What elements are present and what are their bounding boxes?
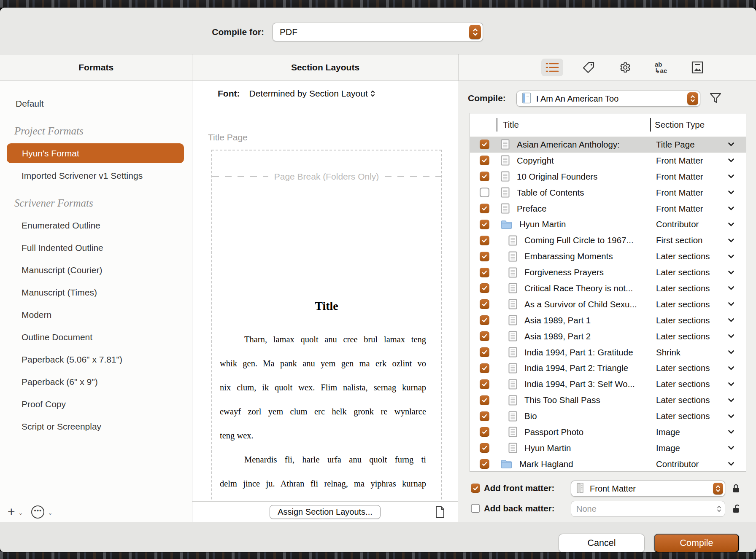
section-type-dropdown[interactable]: Contributor [651, 459, 745, 469]
include-checkbox[interactable] [480, 395, 489, 405]
back-matter-checkbox[interactable] [471, 504, 480, 513]
include-checkbox[interactable] [480, 252, 489, 261]
table-row-mark-hagland[interactable]: Mark HaglandContributor [470, 456, 746, 472]
table-row-hyun-martin[interactable]: Hyun MartinImage [470, 440, 746, 456]
include-checkbox[interactable] [480, 156, 489, 165]
front-matter-checkbox[interactable] [471, 484, 480, 493]
section-type-dropdown[interactable]: Shrink [651, 347, 745, 357]
format-options-button[interactable]: ••• [31, 505, 44, 519]
section-type-dropdown[interactable]: Later sections [651, 283, 745, 293]
format-item-paperback-6-x-9[interactable]: Paperback (6" x 9") [0, 371, 192, 393]
section-type-dropdown[interactable]: Later sections [651, 379, 745, 389]
compile-target-select[interactable]: I Am An American Too [516, 91, 700, 107]
table-row-preface[interactable]: PrefaceFront Matter [470, 201, 746, 217]
include-checkbox[interactable] [480, 331, 489, 341]
include-checkbox[interactable] [480, 220, 489, 229]
assign-section-layouts-button[interactable]: Assign Section Layouts... [270, 505, 381, 519]
include-checkbox[interactable] [480, 363, 489, 373]
format-item-default[interactable]: Default [0, 92, 192, 115]
cancel-button[interactable]: Cancel [559, 534, 645, 552]
include-checkbox[interactable] [480, 204, 489, 213]
front-matter-select[interactable]: Front Matter [571, 481, 725, 497]
section-type-dropdown[interactable]: Later sections [651, 315, 745, 325]
chevron-down-icon [728, 302, 734, 306]
table-row-asia-1989-part-1[interactable]: Asia 1989, Part 1Later sections [470, 312, 746, 328]
format-item-script-or-screenplay[interactable]: Script or Screenplay [0, 415, 192, 438]
table-row-india-1994-part-1-gratitude[interactable]: India 1994, Part 1: GratitudeShrink [470, 344, 746, 360]
table-row-embarassing-moments[interactable]: Embarassing MomentsLater sections [470, 248, 746, 264]
format-item-modern[interactable]: Modern [0, 304, 192, 326]
table-row-as-a-survivor-of-child-sexu[interactable]: As a Survivor of Child Sexu...Later sect… [470, 296, 746, 312]
table-row-forgiveness-prayers[interactable]: Forgiveness PrayersLater sections [470, 264, 746, 280]
compile-button[interactable]: Compile [654, 534, 739, 552]
include-checkbox[interactable] [480, 347, 489, 357]
include-checkbox[interactable] [480, 172, 489, 181]
section-type-dropdown[interactable]: Later sections [651, 363, 745, 373]
settings-gear-icon[interactable] [614, 59, 636, 76]
format-item-imported-scrivener-v1-settings[interactable]: Imported Scrivener v1 Settings [0, 164, 192, 187]
contents-tab-icon[interactable] [541, 59, 563, 76]
include-checkbox[interactable] [480, 459, 489, 469]
compile-for-select[interactable]: PDF [273, 23, 483, 41]
include-checkbox[interactable] [480, 283, 489, 293]
table-row-passport-photo[interactable]: Passport PhotoImage [470, 424, 746, 440]
table-row-copyright[interactable]: CopyrightFront Matter [470, 153, 746, 169]
filter-icon[interactable] [709, 91, 722, 107]
include-checkbox[interactable] [480, 236, 489, 245]
section-type-dropdown[interactable]: Title Page [651, 140, 745, 150]
table-row-bio[interactable]: BioLater sections [470, 408, 746, 424]
include-checkbox[interactable] [480, 299, 489, 309]
format-item-manuscript-times[interactable]: Manuscript (Times) [0, 281, 192, 304]
blank-page-icon[interactable] [435, 506, 445, 520]
section-type-dropdown[interactable]: Image [651, 427, 745, 437]
section-type-dropdown[interactable]: Later sections [651, 267, 745, 277]
section-type-dropdown[interactable]: Later sections [651, 411, 745, 421]
metadata-tag-icon[interactable] [578, 59, 599, 76]
section-type-dropdown[interactable]: Front Matter [651, 172, 745, 182]
table-row-asia-1989-part-2[interactable]: Asia 1989, Part 2Later sections [470, 328, 746, 344]
section-type-dropdown[interactable]: Front Matter [651, 156, 745, 166]
table-row-10-original-founders[interactable]: 10 Original FoundersFront Matter [470, 169, 746, 185]
table-row-this-too-shall-pass[interactable]: This Too Shall PassLater sections [470, 392, 746, 408]
bookmarks-image-icon[interactable] [686, 59, 708, 76]
include-checkbox[interactable] [480, 140, 489, 149]
lock-open-icon[interactable] [732, 504, 742, 514]
table-row-india-1994-part-2-triangle[interactable]: India 1994, Part 2: TriangleLater sectio… [470, 360, 746, 376]
font-select[interactable]: Determined by Section Layout [249, 89, 375, 99]
table-row-critical-race-theory-is-not[interactable]: Critical Race Theory is not...Later sect… [470, 280, 746, 296]
section-type-dropdown[interactable]: Front Matter [651, 188, 745, 198]
include-checkbox[interactable] [480, 411, 489, 421]
section-type-dropdown[interactable]: Later sections [651, 299, 745, 309]
format-item-full-indented-outline[interactable]: Full Indented Outline [0, 236, 192, 259]
lock-closed-icon[interactable] [732, 484, 740, 494]
format-item-enumerated-outline[interactable]: Enumerated Outline [0, 214, 192, 236]
include-checkbox[interactable] [480, 315, 489, 325]
section-type-dropdown[interactable]: Contributor [651, 219, 745, 229]
section-type-value: Shrink [656, 347, 680, 357]
section-type-dropdown[interactable]: First section [651, 235, 745, 245]
add-format-button[interactable]: + [8, 506, 15, 517]
format-item-paperback-5-06-x-7-81[interactable]: Paperback (5.06" x 7.81") [0, 348, 192, 371]
section-type-dropdown[interactable]: Later sections [651, 395, 745, 405]
table-row-table-of-contents[interactable]: Table of ContentsFront Matter [470, 185, 746, 201]
format-item-manuscript-courier[interactable]: Manuscript (Courier) [0, 259, 192, 281]
format-item-hyun-s-format[interactable]: Hyun's Format [0, 142, 192, 164]
section-type-dropdown[interactable]: Later sections [651, 331, 745, 341]
table-row-hyun-martin[interactable]: Hyun MartinContributor [470, 216, 746, 232]
format-item-proof-copy[interactable]: Proof Copy [0, 393, 192, 415]
replacements-icon[interactable]: ab↳ac [650, 59, 672, 76]
section-type-dropdown[interactable]: Image [651, 443, 745, 453]
include-checkbox[interactable] [480, 268, 489, 277]
include-checkbox[interactable] [480, 427, 489, 437]
include-checkbox[interactable] [480, 379, 489, 389]
include-checkbox[interactable] [480, 443, 489, 453]
section-type-value: Later sections [656, 251, 710, 261]
section-type-dropdown[interactable]: Later sections [651, 251, 745, 261]
format-item-outline-document[interactable]: Outline Document [0, 326, 192, 348]
table-row-asian-american-anthology[interactable]: Asian American Anthology:Title Page [470, 137, 746, 153]
table-row-coming-full-circle-to-1967[interactable]: Coming Full Circle to 1967...First secti… [470, 232, 746, 248]
include-checkbox[interactable] [480, 188, 489, 197]
table-row-india-1994-part-3-self-wo[interactable]: India 1994, Part 3: Self Wo...Later sect… [470, 376, 746, 392]
back-matter-select[interactable]: None [571, 501, 725, 517]
section-type-dropdown[interactable]: Front Matter [651, 204, 745, 214]
